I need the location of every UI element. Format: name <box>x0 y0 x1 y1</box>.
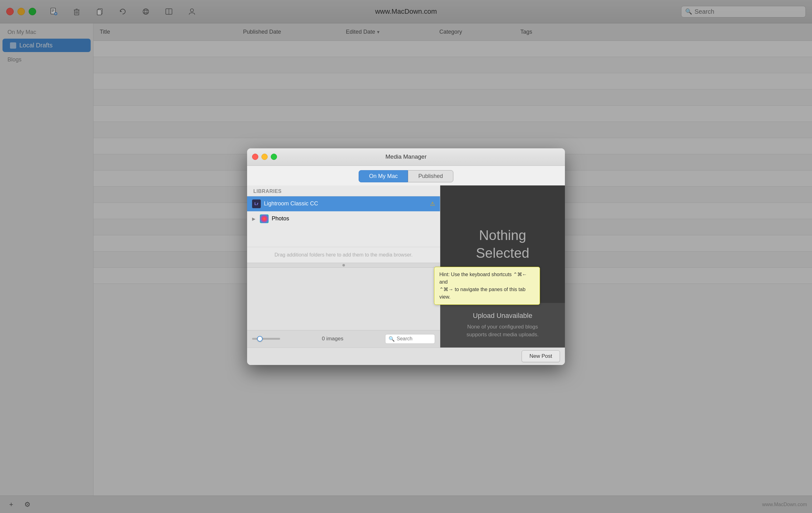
slider-thumb[interactable] <box>257 336 263 342</box>
image-count-bar: 0 images 🔍 <box>247 330 440 347</box>
library-item-photos[interactable]: ▶ Photos <box>247 211 440 226</box>
dialog-search-box[interactable]: 🔍 <box>385 334 435 344</box>
tab-on-my-mac[interactable]: On My Mac <box>359 170 408 182</box>
libraries-label: LIBRARIES <box>247 186 440 196</box>
dialog-search-icon: 🔍 <box>388 336 395 342</box>
dialog-titlebar: Media Manager <box>247 148 565 166</box>
drag-hint: Drag additional folders here to add them… <box>247 247 440 263</box>
dialog-traffic-lights <box>252 154 277 160</box>
warning-icon: ⚠ <box>430 200 435 207</box>
dialog-lower-left <box>247 268 440 330</box>
image-count: 0 images <box>284 336 381 342</box>
nothing-selected-text: NothingSelected <box>476 226 529 262</box>
dialog-close-button[interactable] <box>252 154 258 160</box>
upload-unavailable-text: None of your configured blogssupports di… <box>448 323 557 339</box>
dialog-minimize-button[interactable] <box>261 154 268 160</box>
tab-published[interactable]: Published <box>408 170 453 182</box>
photos-icon <box>260 215 269 223</box>
library-item-photos-label: Photos <box>272 216 289 222</box>
dialog-maximize-button[interactable] <box>271 154 277 160</box>
dialog-search-input[interactable] <box>397 336 432 342</box>
tooltip-text: Hint: Use the keyboard shortcuts ⌃⌘← and… <box>439 272 527 300</box>
lightroom-icon: Lr <box>252 199 261 208</box>
library-item-lightroom-label: Lightroom Classic CC <box>264 200 318 207</box>
divider-dot <box>342 264 345 266</box>
modal-overlay: Media Manager On My Mac Published LIBRAR… <box>0 0 812 513</box>
dialog-footer: New Post <box>247 347 565 365</box>
media-manager-dialog: Media Manager On My Mac Published LIBRAR… <box>247 148 565 365</box>
dialog-tab-bar: On My Mac Published <box>247 166 565 186</box>
dialog-left-panel: LIBRARIES Lr Lightroom Classic CC ⚠ ▶ Ph… <box>247 186 440 347</box>
dialog-right-panel: NothingSelected Upload Unavailable None … <box>440 186 565 347</box>
upload-unavailable-title: Upload Unavailable <box>448 312 557 320</box>
dialog-title: Media Manager <box>385 153 427 160</box>
keyboard-hint-tooltip: Hint: Use the keyboard shortcuts ⌃⌘← and… <box>434 267 540 305</box>
upload-unavailable-section: Upload Unavailable None of your configur… <box>440 303 565 347</box>
zoom-slider[interactable] <box>252 338 280 340</box>
library-list: Lr Lightroom Classic CC ⚠ ▶ Photos <box>247 196 440 247</box>
dialog-body: LIBRARIES Lr Lightroom Classic CC ⚠ ▶ Ph… <box>247 186 565 347</box>
new-post-button[interactable]: New Post <box>522 350 560 362</box>
expand-arrow-icon: ▶ <box>252 216 256 221</box>
library-item-lightroom[interactable]: Lr Lightroom Classic CC ⚠ <box>247 196 440 211</box>
divider-handle[interactable] <box>247 263 440 268</box>
